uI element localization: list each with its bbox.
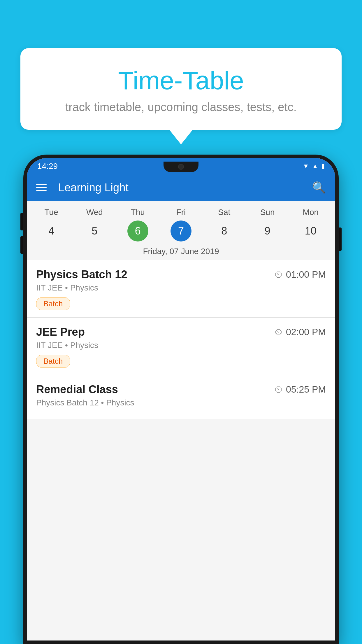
schedule-item-3-time: ⏲ 05:25 PM <box>274 384 326 395</box>
schedule-item-2[interactable]: JEE Prep ⏲ 02:00 PM IIT JEE • Physics Ba… <box>27 318 335 375</box>
day-name-mon: Mon <box>289 205 332 219</box>
day-name-fri: Fri <box>159 205 203 219</box>
schedule-item-1-title: Physics Batch 12 <box>36 268 127 281</box>
day-names-row: Tue Wed Thu Fri Sat Sun Mon <box>27 205 335 219</box>
phone-notch <box>164 162 198 172</box>
schedule-item-2-title: JEE Prep <box>36 326 85 338</box>
schedule-item-1-time: ⏲ 01:00 PM <box>274 269 326 280</box>
search-icon[interactable]: 🔍 <box>312 181 326 194</box>
volume-up-button <box>20 213 23 230</box>
schedule-item-1-time-text: 01:00 PM <box>286 269 326 280</box>
schedule-item-1-subtitle: IIT JEE • Physics <box>36 283 326 293</box>
status-icons: ▼ ▲ ▮ <box>303 162 325 170</box>
day-5[interactable]: 5 <box>73 220 116 242</box>
battery-icon: ▮ <box>321 162 325 170</box>
wifi-icon: ▼ <box>303 162 309 170</box>
app-title: Learning Light <box>58 181 305 194</box>
day-8[interactable]: 8 <box>203 220 246 242</box>
phone-screen: 14:29 ▼ ▲ ▮ Learning Light 🔍 Tue Wed Thu <box>27 158 335 640</box>
schedule-item-2-subtitle: IIT JEE • Physics <box>36 341 326 350</box>
day-name-wed: Wed <box>73 205 116 219</box>
schedule-item-1[interactable]: Physics Batch 12 ⏲ 01:00 PM IIT JEE • Ph… <box>27 260 335 318</box>
clock-icon-2: ⏲ <box>274 327 283 337</box>
signal-icon: ▲ <box>312 162 318 170</box>
speech-bubble-arrow <box>169 130 193 144</box>
day-numbers-row: 4 5 6 7 8 9 10 <box>27 219 335 245</box>
schedule-item-2-header: JEE Prep ⏲ 02:00 PM <box>36 326 326 338</box>
day-7-selected[interactable]: 7 <box>171 220 191 242</box>
app-bar: Learning Light 🔍 <box>27 174 335 201</box>
volume-down-button <box>20 236 23 254</box>
schedule-item-3-title: Remedial Class <box>36 383 118 396</box>
schedule-list: Physics Batch 12 ⏲ 01:00 PM IIT JEE • Ph… <box>27 260 335 419</box>
day-name-sat: Sat <box>203 205 246 219</box>
schedule-item-1-header: Physics Batch 12 ⏲ 01:00 PM <box>36 268 326 281</box>
day-10[interactable]: 10 <box>289 220 332 242</box>
day-name-tue: Tue <box>30 205 73 219</box>
speech-bubble-title: Time-Table <box>38 66 324 95</box>
schedule-item-2-time-text: 02:00 PM <box>286 327 326 337</box>
schedule-item-1-tag: Batch <box>36 297 70 310</box>
speech-bubble-container: Time-Table track timetable, upcoming cla… <box>20 48 342 144</box>
clock-icon-1: ⏲ <box>274 270 283 280</box>
day-6-today[interactable]: 6 <box>127 220 148 242</box>
calendar-week: Tue Wed Thu Fri Sat Sun Mon 4 5 6 7 8 9 … <box>27 201 335 260</box>
speech-bubble: Time-Table track timetable, upcoming cla… <box>20 48 342 130</box>
clock-icon-3: ⏲ <box>274 385 283 395</box>
day-name-sun: Sun <box>246 205 289 219</box>
day-4[interactable]: 4 <box>30 220 73 242</box>
schedule-item-3-header: Remedial Class ⏲ 05:25 PM <box>36 383 326 396</box>
speech-bubble-subtitle: track timetable, upcoming classes, tests… <box>38 101 324 114</box>
schedule-item-3-subtitle: Physics Batch 12 • Physics <box>36 398 326 407</box>
day-9[interactable]: 9 <box>246 220 289 242</box>
schedule-item-2-time: ⏲ 02:00 PM <box>274 327 326 337</box>
schedule-item-3-time-text: 05:25 PM <box>286 384 326 395</box>
schedule-item-2-tag: Batch <box>36 355 70 368</box>
day-name-thu: Thu <box>116 205 159 219</box>
phone-camera <box>178 164 184 170</box>
schedule-item-3[interactable]: Remedial Class ⏲ 05:25 PM Physics Batch … <box>27 375 335 419</box>
power-button <box>339 228 342 251</box>
status-time: 14:29 <box>37 162 58 171</box>
selected-date-label: Friday, 07 June 2019 <box>27 245 335 260</box>
phone-frame: 14:29 ▼ ▲ ▮ Learning Light 🔍 Tue Wed Thu <box>23 155 339 644</box>
hamburger-menu-icon[interactable] <box>36 184 47 191</box>
